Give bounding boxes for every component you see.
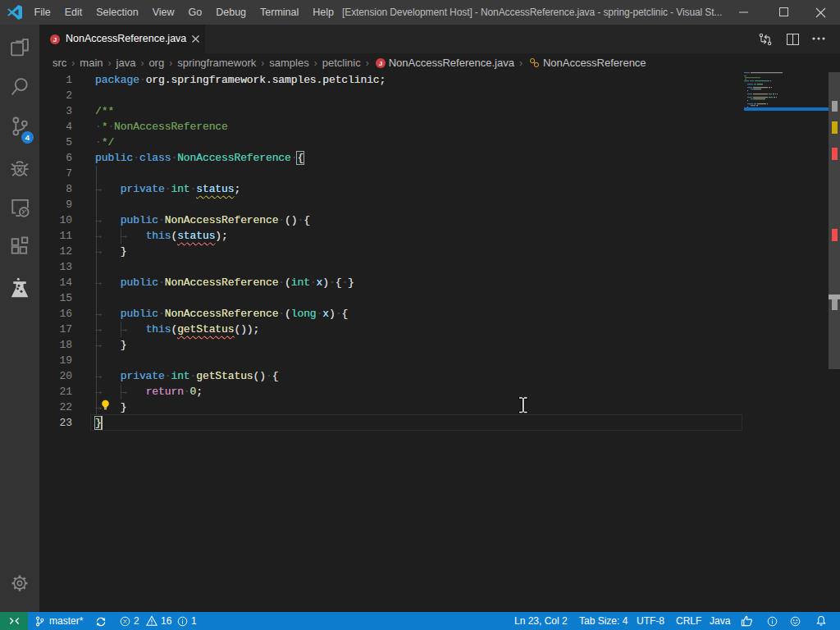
- svg-text:J: J: [378, 59, 381, 66]
- svg-text:J: J: [53, 35, 57, 43]
